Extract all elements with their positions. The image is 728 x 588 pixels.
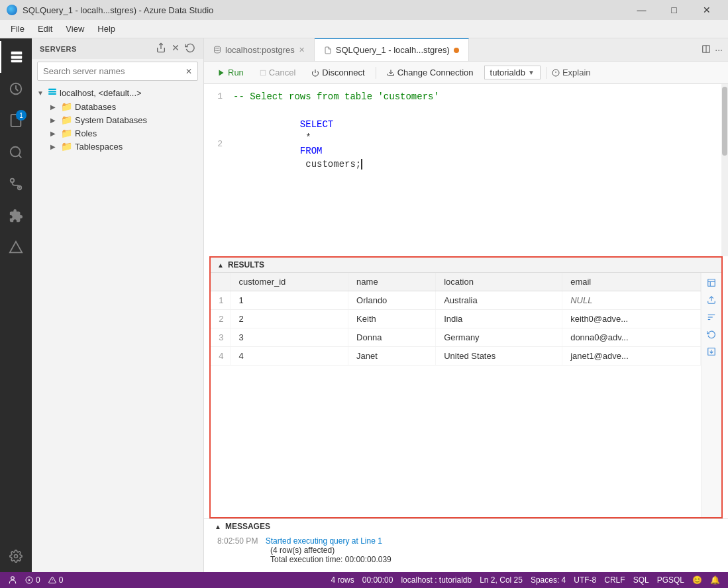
status-line-ending[interactable]: CRLF xyxy=(604,575,625,585)
menu-edit[interactable]: Edit xyxy=(32,23,58,35)
search-clear-icon[interactable]: ✕ xyxy=(185,67,192,76)
activity-deploy[interactable] xyxy=(0,232,32,264)
tab-close-icon[interactable]: ✕ xyxy=(299,46,305,54)
chart-icon[interactable] xyxy=(704,275,719,290)
status-spaces[interactable]: Spaces: 4 xyxy=(531,575,566,585)
cell-name: Donna xyxy=(348,328,436,347)
expand-results-icon[interactable] xyxy=(704,344,719,359)
server-label: localhost, <default...> xyxy=(60,88,142,98)
cell-name: Janet xyxy=(348,347,436,366)
row-num-3: 3 xyxy=(211,328,231,347)
disconnect-button[interactable]: Disconnect xyxy=(306,66,370,79)
messages-header: ▲ MESSAGES xyxy=(209,519,723,534)
messages-section: ▲ MESSAGES 8:02:50 PM Started executing … xyxy=(204,518,728,569)
status-emoji-icon[interactable]: 😊 xyxy=(692,575,702,585)
database-selector[interactable]: tutorialdb ▼ xyxy=(484,66,541,79)
activity-search[interactable] xyxy=(0,136,32,168)
refresh-results-icon[interactable] xyxy=(704,327,719,342)
bottom-panels: ▲ RESULTS customer_id name xyxy=(204,256,728,572)
tree-databases-item[interactable]: ▶ 📁 Databases xyxy=(32,100,203,113)
svg-point-7 xyxy=(11,179,15,183)
svg-rect-12 xyxy=(48,91,56,92)
tab-spacer xyxy=(469,38,697,61)
search-input[interactable] xyxy=(43,66,185,76)
collapse-icon[interactable]: ▲ xyxy=(217,262,224,269)
tab-localhost[interactable]: localhost:postgres ✕ xyxy=(204,38,315,61)
table-row[interactable]: 2 2 Keith India keith0@adve... xyxy=(211,310,701,328)
activity-extensions[interactable] xyxy=(0,200,32,232)
svg-rect-13 xyxy=(48,93,56,95)
results-body: customer_id name location email 1 xyxy=(211,273,721,517)
cancel-button[interactable]: Cancel xyxy=(254,66,301,79)
menu-file[interactable]: File xyxy=(5,23,30,35)
menu-bar: File Edit View Help xyxy=(0,20,728,38)
activity-source-control[interactable] xyxy=(0,168,32,200)
status-dialect[interactable]: PGSQL xyxy=(657,575,684,585)
sort-icon[interactable] xyxy=(704,310,719,324)
tablespaces-label: Tablespaces xyxy=(75,142,123,152)
svg-rect-11 xyxy=(48,89,56,90)
run-button[interactable]: Run xyxy=(212,66,249,79)
activity-servers[interactable] xyxy=(0,41,32,73)
status-bell-icon[interactable]: 🔔 xyxy=(710,575,720,585)
tree-system-databases-item[interactable]: ▶ 📁 System Databases xyxy=(32,113,203,126)
message-link[interactable]: Started executing query at Line 1 xyxy=(266,536,382,546)
table-row[interactable]: 4 4 Janet United States janet1@adve... xyxy=(211,347,701,366)
more-actions-icon[interactable]: ··· xyxy=(715,44,723,55)
status-connection[interactable]: localhost : tutorialdb xyxy=(401,575,472,585)
status-warnings[interactable]: 0 xyxy=(48,575,64,585)
status-execution-time[interactable]: 00:00:00 xyxy=(362,575,393,585)
maximize-button[interactable]: □ xyxy=(659,0,689,20)
svg-point-4 xyxy=(11,147,21,157)
tree-tablespaces-item[interactable]: ▶ 📁 Tablespaces xyxy=(32,140,203,153)
results-table: customer_id name location email 1 xyxy=(211,273,701,517)
menu-help[interactable]: Help xyxy=(92,23,121,35)
folder-icon: 📁 xyxy=(61,101,72,112)
tree-roles-item[interactable]: ▶ 📁 Roles xyxy=(32,126,203,140)
message-time: 8:02:50 PM xyxy=(217,536,258,546)
tree-server-item[interactable]: ▼ localhost, <default...> xyxy=(32,86,203,100)
new-connection-icon[interactable] xyxy=(156,42,166,55)
table-row[interactable]: 1 1 Orlando Australia NULL xyxy=(211,291,701,310)
cell-email: donna0@adv... xyxy=(562,328,701,347)
status-encoding[interactable]: UTF-8 xyxy=(574,575,596,585)
title-bar-text: SQLQuery_1 - localh...stgres) - Azure Da… xyxy=(23,5,213,15)
code-editor[interactable]: 1 -- Select rows from table 'customers' … xyxy=(204,84,728,256)
settings-button[interactable] xyxy=(0,540,32,572)
status-cursor-pos[interactable]: Ln 2, Col 25 xyxy=(480,575,523,585)
export-icon[interactable] xyxy=(704,293,719,307)
table-row[interactable]: 3 3 Donna Germany donna0@adv... xyxy=(211,328,701,347)
table-header-row: customer_id name location email xyxy=(211,273,701,291)
svg-rect-1 xyxy=(11,56,23,59)
menu-view[interactable]: View xyxy=(60,23,89,35)
sidebar-tree: ▼ localhost, <default...> ▶ 📁 Databases … xyxy=(32,83,203,572)
results-title: RESULTS xyxy=(228,260,264,270)
toolbar-separator xyxy=(376,67,376,79)
status-language[interactable]: SQL xyxy=(633,575,649,585)
search-box[interactable]: ✕ xyxy=(37,62,198,81)
cell-email: NULL xyxy=(562,291,701,310)
svg-rect-0 xyxy=(11,52,23,55)
status-user-icon[interactable] xyxy=(8,575,17,585)
status-errors[interactable]: 0 xyxy=(25,575,40,585)
editor-scrollbar[interactable] xyxy=(721,84,728,256)
folder-icon: 📁 xyxy=(61,141,72,152)
split-editor-icon[interactable] xyxy=(702,44,711,56)
sidebar-header: SERVERS xyxy=(32,38,203,59)
status-row-count[interactable]: 4 rows xyxy=(331,575,354,585)
tab-sqlquery[interactable]: SQLQuery_1 - localh...stgres) xyxy=(315,38,469,61)
activity-history[interactable] xyxy=(0,73,32,105)
run-icon xyxy=(217,69,225,77)
minimize-button[interactable]: — xyxy=(627,0,656,20)
svg-line-5 xyxy=(19,155,21,158)
change-connection-button[interactable]: Change Connection xyxy=(382,66,479,79)
activity-bar: 1 xyxy=(0,38,32,572)
messages-collapse-icon[interactable]: ▲ xyxy=(215,523,221,530)
activity-explorer[interactable]: 1 xyxy=(0,105,32,136)
dropdown-chevron: ▼ xyxy=(528,69,535,76)
explain-button[interactable]: Explain xyxy=(552,68,591,77)
close-button[interactable]: ✕ xyxy=(692,0,721,20)
disconnect-all-icon[interactable] xyxy=(170,42,181,55)
refresh-connections-icon[interactable] xyxy=(185,42,195,55)
messages-body: 8:02:50 PM Started executing query at Li… xyxy=(209,534,723,569)
